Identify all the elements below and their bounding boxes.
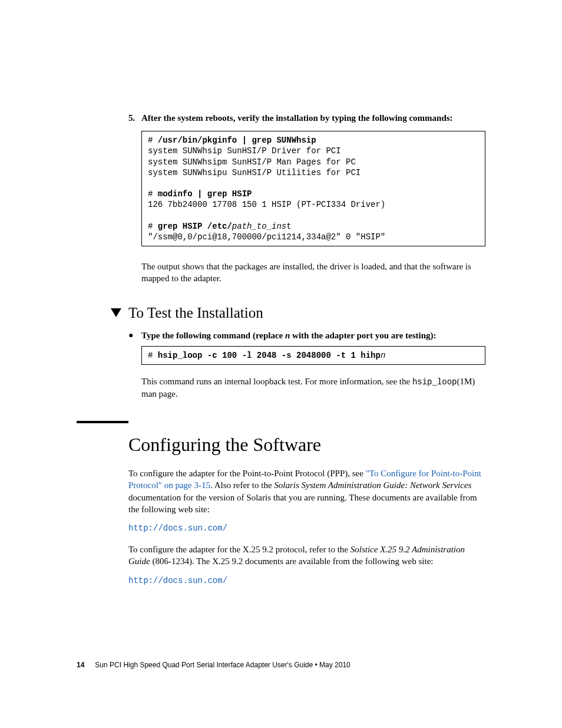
paragraph-loopback: This command runs an internal loopback t… <box>141 375 485 400</box>
paragraph-ppp: To configure the adapter for the Point-t… <box>128 467 485 515</box>
code-prompt: # <box>148 189 158 199</box>
code-block-hsiploop: # hsip_loop -c 100 -l 2048 -s 2048000 -t… <box>141 346 485 365</box>
book-title: Solaris System Administration Guide: Net… <box>274 480 471 490</box>
step-number: 5. <box>128 112 141 124</box>
inline-code: hsip_loop <box>412 377 457 387</box>
bullet-type-command: ● Type the following command (replace n … <box>128 330 485 341</box>
code-arg-italic: n <box>381 351 385 360</box>
code-command: /usr/bin/pkginfo | grep SUNWhsip <box>158 136 316 145</box>
code-block-pkginfo: # /usr/bin/pkginfo | grep SUNWhsip syste… <box>141 131 485 246</box>
bullet-icon: ● <box>128 330 141 341</box>
paragraph-x25: To configure the adapter for the X.25 9.… <box>128 543 485 568</box>
page-footer: 14Sun PCI High Speed Quad Port Serial In… <box>77 661 351 669</box>
heading-configuring: Configuring the Software <box>128 434 485 456</box>
code-output: system SUNWhsipu SunHSI/P Utilities for … <box>148 168 361 177</box>
code-output: system SUNWhsip SunHSI/P Driver for PCI <box>148 146 341 156</box>
step-text: After the system reboots, verify the ins… <box>141 112 453 124</box>
code-output: system SUNWhsipm SunHSI/P Man Pages for … <box>148 157 356 167</box>
code-command: grep HSIP /etc/ <box>158 222 232 231</box>
footer-text: Sun PCI High Speed Quad Port Serial Inte… <box>95 661 350 669</box>
paragraph-output-explain: The output shows that the packages are i… <box>141 261 485 285</box>
bullet-text: Type the following command (replace n wi… <box>141 330 437 341</box>
triangle-icon <box>111 308 121 317</box>
code-command: modinfo | grep HSIP <box>158 189 252 199</box>
code-prompt: # <box>148 222 158 231</box>
page-number: 14 <box>77 661 84 669</box>
code-prompt: # <box>148 351 158 360</box>
code-output: "/ssm@0,0/pci@18,700000/pci1214,334a@2" … <box>148 232 385 242</box>
code-command: hsip_loop -c 100 -l 2048 -s 2048000 -t 1… <box>158 351 381 360</box>
heading-text: To Test the Installation <box>128 305 263 321</box>
page-content: 5. After the system reboots, verify the … <box>0 0 562 585</box>
link-docs-sun-2[interactable]: http://docs.sun.com/ <box>128 576 485 585</box>
code-prompt: # <box>148 136 158 145</box>
code-arg: t <box>286 222 291 231</box>
link-docs-sun-1[interactable]: http://docs.sun.com/ <box>128 523 485 533</box>
step-5: 5. After the system reboots, verify the … <box>128 112 485 124</box>
heading-test-install: To Test the Installation <box>111 305 485 321</box>
code-output: 126 7bb24000 17708 150 1 HSIP (PT-PCI334… <box>148 200 385 209</box>
rule-bar <box>77 421 128 423</box>
code-arg-italic: path_to_ins <box>232 222 286 231</box>
section-rule <box>77 421 485 426</box>
